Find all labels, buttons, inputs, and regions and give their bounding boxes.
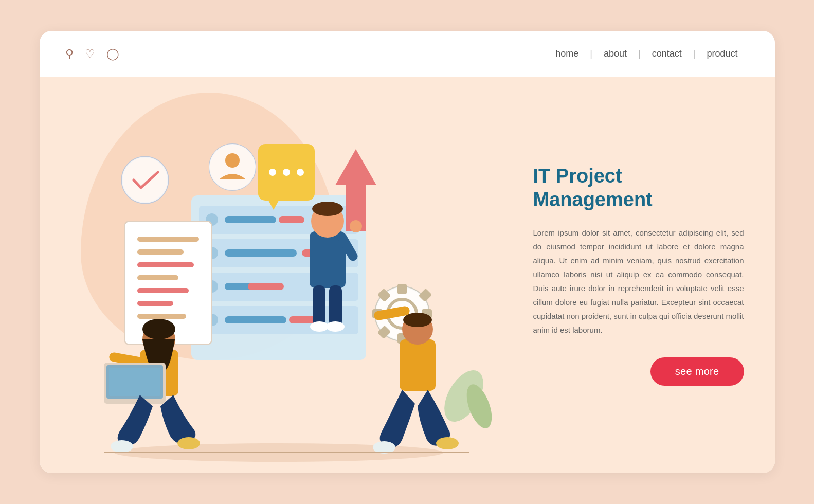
svg-point-50 [312,202,343,216]
illustration-svg [40,77,518,473]
svg-point-70 [373,441,395,454]
svg-rect-11 [225,249,297,257]
svg-rect-19 [137,237,199,242]
see-more-button[interactable]: see more [650,357,744,386]
svg-point-68 [403,313,432,327]
svg-rect-66 [400,339,436,391]
heart-icon[interactable]: ♡ [85,47,95,61]
search-icon[interactable]: ⚲ [65,47,74,61]
svg-point-27 [122,157,168,203]
nav-home[interactable]: home [544,48,590,59]
svg-point-32 [269,169,276,176]
nav-contact[interactable]: contact [641,48,693,59]
svg-rect-14 [279,216,304,223]
page-title: IT Project Management [533,165,744,211]
svg-rect-13 [225,316,286,323]
main-card: ⚲ ♡ ◯ home | about | contact | product [40,31,775,473]
svg-point-52 [350,220,362,232]
svg-point-65 [177,437,200,449]
svg-point-56 [326,321,345,332]
svg-rect-25 [137,314,186,319]
svg-rect-53 [313,285,325,327]
nav-about[interactable]: about [592,48,638,59]
svg-point-59 [142,319,175,339]
svg-rect-63 [109,368,160,396]
svg-point-30 [225,153,240,168]
svg-rect-16 [248,283,284,290]
svg-rect-10 [225,216,276,223]
svg-point-33 [283,169,290,176]
svg-rect-40 [397,284,407,294]
svg-rect-24 [137,301,173,306]
page-description: Lorem ipsum dolor sit amet, consectetur … [533,226,744,337]
main-section: IT Project Management Lorem ipsum dolor … [40,77,775,473]
svg-rect-22 [137,275,178,280]
text-area: IT Project Management Lorem ipsum dolor … [518,77,775,473]
nav-links: home | about | contact | product [544,48,749,59]
svg-point-64 [111,440,133,453]
svg-point-71 [436,437,459,449]
illustration-area [40,77,518,473]
nav-product[interactable]: product [695,48,749,59]
header: ⚲ ♡ ◯ home | about | contact | product [40,31,775,77]
svg-point-34 [297,169,304,176]
svg-rect-54 [329,285,342,327]
svg-rect-21 [137,262,194,267]
header-icon-group: ⚲ ♡ ◯ [65,47,119,61]
svg-rect-23 [137,288,189,293]
user-icon[interactable]: ◯ [106,47,119,61]
svg-rect-20 [137,249,184,255]
svg-point-55 [310,321,329,332]
